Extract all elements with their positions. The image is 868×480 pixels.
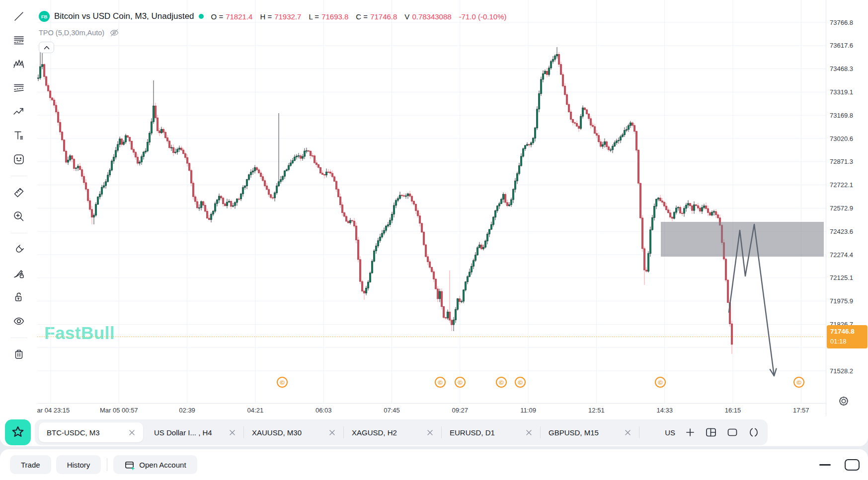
tab-label: EURUSD, D1 (450, 428, 495, 437)
tab-eurusd[interactable]: EURUSD, D1 (442, 422, 540, 442)
delete-tool[interactable] (8, 344, 30, 364)
close-icon[interactable] (427, 429, 433, 436)
candle (310, 151, 312, 156)
indicator-label[interactable]: TPO (5,D,30m,Auto) (39, 29, 104, 37)
candle (244, 186, 246, 188)
candle (163, 129, 164, 132)
close-icon[interactable] (129, 429, 135, 436)
candle (725, 259, 727, 280)
close-icon[interactable] (229, 429, 236, 436)
candle (288, 165, 290, 169)
time-axis[interactable]: Mar 04 23:15Mar 05 00:5702:3904:2106:030… (37, 403, 826, 416)
wave-pattern-tool[interactable] (8, 54, 30, 74)
candle (121, 139, 123, 144)
candle (588, 114, 590, 119)
candle (660, 198, 661, 201)
candle (700, 208, 701, 211)
candle (123, 142, 125, 144)
ruler-tool[interactable] (8, 183, 30, 203)
candle (592, 125, 594, 127)
candle (475, 255, 476, 261)
candle (419, 216, 421, 223)
favorites-button[interactable] (5, 419, 31, 445)
toolbar-divider (107, 458, 107, 471)
time-tick-label: Mar 05 00:57 (100, 407, 138, 414)
candle (334, 177, 335, 181)
history-button[interactable]: History (56, 455, 101, 474)
tab-us-dollar-index[interactable]: US Dollar I... , H4 (146, 422, 243, 442)
candle (620, 137, 622, 140)
candle (431, 268, 433, 272)
tab-xagusd[interactable]: XAGUSD, H2 (344, 422, 441, 442)
candle (388, 225, 389, 226)
candle (485, 241, 486, 248)
tab-us[interactable]: US (665, 428, 675, 437)
close-icon[interactable] (526, 429, 532, 436)
candle (179, 148, 180, 149)
candle (576, 123, 578, 126)
time-tick-label: 14:33 (656, 407, 673, 414)
price-tick-label: 73169.8 (830, 112, 853, 119)
candle (105, 182, 107, 186)
candle (286, 170, 288, 171)
candle (205, 206, 206, 211)
trend-line-tool[interactable] (8, 6, 30, 26)
maximize-button[interactable] (845, 459, 860, 471)
tab-xauusd[interactable]: XAUUSD, M30 (244, 422, 343, 442)
open-account-button[interactable]: Open Account (113, 455, 197, 474)
trend-arrow-tool[interactable] (8, 102, 30, 122)
zoom-in-tool[interactable] (8, 206, 30, 226)
candle (648, 254, 649, 272)
text-tool[interactable] (8, 126, 30, 145)
candle (445, 318, 447, 318)
ohlc-high: H =71932.7 (260, 12, 301, 21)
candle (582, 108, 584, 116)
tab-gbpusd[interactable]: GBPUSD, M15 (541, 422, 639, 442)
candle (596, 134, 598, 136)
candle (392, 214, 393, 220)
trade-button[interactable]: Trade (10, 455, 51, 474)
candle (519, 166, 520, 174)
emoji-tool[interactable] (8, 149, 30, 169)
indicator-legend: TPO (5,D,30m,Auto) (39, 28, 119, 38)
candle (272, 198, 274, 198)
candle (497, 206, 498, 211)
candle (433, 272, 435, 279)
candle (702, 207, 703, 211)
candlestick-chart[interactable] (37, 0, 826, 403)
brush-lock-tool[interactable] (8, 264, 30, 283)
eye-off-icon[interactable] (109, 28, 119, 38)
close-icon[interactable] (625, 429, 631, 436)
candle (129, 137, 131, 141)
open-account-label: Open Account (139, 461, 186, 469)
channel-tool[interactable] (8, 78, 30, 98)
price-tick-label: 71975.9 (830, 297, 853, 305)
chart-settings-button[interactable] (837, 395, 851, 409)
account-card-icon (124, 460, 135, 470)
layout-grid-button[interactable] (705, 426, 717, 438)
toolbar-divider (10, 233, 27, 233)
candle (139, 162, 141, 164)
symbol-legend: FB Bitcoin vs USD Coin, M3, Unadjusted O… (39, 10, 507, 23)
candle (549, 68, 550, 74)
minimize-button[interactable] (819, 464, 831, 466)
lock-tool[interactable] (8, 287, 30, 307)
gann-lines-tool[interactable] (8, 30, 30, 50)
visibility-tool[interactable] (8, 311, 30, 331)
bottom-toolbar: Trade History Open Account (0, 449, 868, 480)
collapse-legend-button[interactable] (39, 42, 54, 53)
add-symbol-button[interactable] (685, 427, 696, 438)
close-icon[interactable] (329, 429, 335, 436)
candle (443, 307, 445, 318)
tab-btc-usdc[interactable]: BTC-USDC, M3 (39, 422, 143, 442)
price-axis[interactable]: 71746.8 01:18 73766.873617.673468.373319… (826, 0, 868, 416)
candle (48, 85, 49, 91)
fullscreen-button[interactable] (748, 426, 760, 438)
candle (640, 183, 641, 218)
candle (366, 288, 367, 293)
single-layout-button[interactable] (726, 426, 738, 438)
price-tick-label: 71528.2 (830, 367, 853, 375)
last-price-value: 71746.8 (830, 327, 868, 337)
symbol-title[interactable]: Bitcoin vs USD Coin, M3, Unadjusted (54, 11, 194, 21)
magnet-tool[interactable] (8, 240, 30, 260)
